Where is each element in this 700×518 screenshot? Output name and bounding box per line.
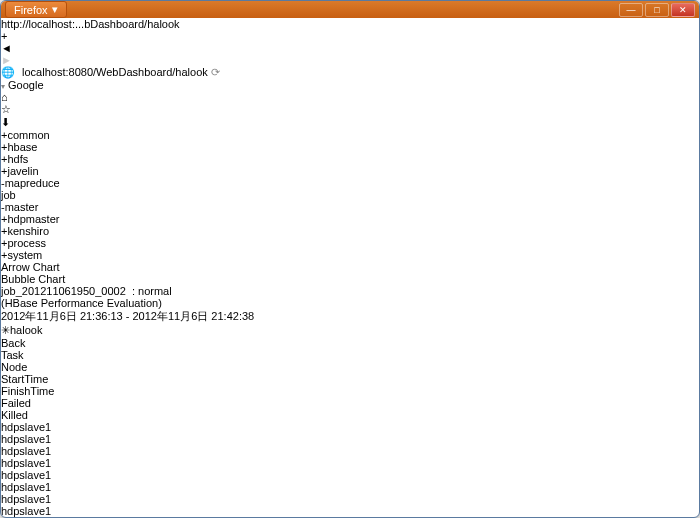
job-info: job_201211061950_0002 : normal (HBase Pe…: [1, 285, 699, 337]
tree-item-label: javelin: [7, 165, 38, 177]
tree-item-job[interactable]: job: [1, 189, 699, 201]
gantt-row-label: hdpslave1: [1, 445, 699, 457]
main-panel: Arrow Chart Bubble Chart job_20121106195…: [1, 261, 699, 518]
downloads-icon[interactable]: ⬇: [1, 116, 699, 129]
minimize-button[interactable]: —: [619, 3, 643, 17]
new-tab-button[interactable]: +: [1, 30, 699, 42]
tree-item-label: process: [7, 237, 46, 249]
tree-item-label: hbase: [7, 141, 37, 153]
button-row: BackTaskNodeStartTimeFinishTimeFailedKil…: [1, 337, 699, 421]
firefox-menu-button[interactable]: Firefox▾: [5, 1, 67, 18]
browser-tab-bar: http://localhost:...bDashboard/halook +: [1, 18, 699, 42]
reload-icon[interactable]: ⟳: [211, 66, 220, 78]
tree-item-label: system: [7, 249, 42, 261]
gantt-row-label: hdpslave1: [1, 469, 699, 481]
search-box[interactable]: ▾ Google: [1, 79, 699, 91]
gantt-chart[interactable]: hdpslave1hdpslave1hdpslave1hdpslave1hdps…: [1, 421, 699, 518]
chart-card: Arrow Chart Bubble Chart job_20121106195…: [1, 261, 699, 518]
tree-item-label: common: [7, 129, 49, 141]
tree-item-label: mapreduce: [5, 177, 60, 189]
finishtime-button[interactable]: FinishTime: [1, 385, 699, 397]
back-button[interactable]: Back: [1, 337, 699, 349]
failed-button[interactable]: Failed: [1, 397, 699, 409]
maximize-button[interactable]: □: [645, 3, 669, 17]
starttime-button[interactable]: StartTime: [1, 373, 699, 385]
job-subtitle: (HBase Performance Evaluation): [1, 297, 699, 309]
gantt-row: hdpslave1: [1, 433, 699, 445]
gantt-row-label: hdpslave1: [1, 421, 699, 433]
tree-item-process[interactable]: +process: [1, 237, 699, 249]
tree-item-system[interactable]: +system: [1, 249, 699, 261]
tree-item-label: master: [5, 201, 39, 213]
tree-item-label: hdpmaster: [7, 213, 59, 225]
close-button[interactable]: ✕: [671, 3, 695, 17]
task-button[interactable]: Task: [1, 349, 699, 361]
halook-logo: ✳halook: [1, 324, 699, 337]
page-content: +common+hbase+hdfs+javelin-mapreducejob-…: [1, 129, 699, 518]
gear-icon: ✳: [1, 324, 10, 336]
tree-item-label: kenshiro: [7, 225, 49, 237]
tree-item-javelin[interactable]: +javelin: [1, 165, 699, 177]
node-button[interactable]: Node: [1, 361, 699, 373]
tab-bubble-chart[interactable]: Bubble Chart: [1, 273, 699, 285]
url-bar[interactable]: 🌐 localhost:8080/WebDashboard/halook ⟳: [1, 66, 699, 79]
gantt-row-label: hdpslave1: [1, 457, 699, 469]
tree-item-mapreduce[interactable]: -mapreduce: [1, 177, 699, 189]
gantt-row-label: hdpslave1: [1, 433, 699, 445]
gantt-row: hdpslave1: [1, 481, 699, 493]
bookmark-icon[interactable]: ☆: [1, 103, 699, 116]
tree-item-kenshiro[interactable]: +kenshiro: [1, 225, 699, 237]
home-icon[interactable]: ⌂: [1, 91, 699, 103]
back-button[interactable]: ◄: [1, 42, 699, 54]
gantt-row: hdpslave1: [1, 421, 699, 433]
gantt-row-label: hdpslave1: [1, 505, 699, 517]
nav-bar: ◄ ► 🌐 localhost:8080/WebDashboard/halook…: [1, 42, 699, 129]
job-time: 2012年11月6日 21:36:13 - 2012年11月6日 21:42:3…: [1, 309, 699, 324]
gantt-row-label: hdpslave1: [1, 493, 699, 505]
gantt-row: hdpslave1: [1, 493, 699, 505]
chart-body: job_201211061950_0002 : normal (HBase Pe…: [1, 285, 699, 518]
chevron-down-icon: ▾: [52, 3, 58, 16]
window-controls: — □ ✕: [619, 3, 695, 17]
tree-item-master[interactable]: -master: [1, 201, 699, 213]
firefox-titlebar: Firefox▾ — □ ✕: [1, 1, 699, 18]
gantt-row: hdpslave1: [1, 445, 699, 457]
tree-item-common[interactable]: +common: [1, 129, 699, 141]
tree-item-hdfs[interactable]: +hdfs: [1, 153, 699, 165]
browser-tab[interactable]: http://localhost:...bDashboard/halook: [1, 18, 699, 30]
tree-item-hdpmaster[interactable]: +hdpmaster: [1, 213, 699, 225]
gantt-row: hdpslave1: [1, 457, 699, 469]
gantt-row: hdpslave1: [1, 469, 699, 481]
tab-arrow-chart[interactable]: Arrow Chart: [1, 261, 699, 273]
gantt-row-label: hdpslave1: [1, 481, 699, 493]
tree-item-label: job: [1, 189, 16, 201]
tree-item-label: hdfs: [7, 153, 28, 165]
tree-sidebar[interactable]: +common+hbase+hdfs+javelin-mapreducejob-…: [1, 129, 699, 261]
dropdown-icon[interactable]: ▾: [1, 82, 5, 91]
gantt-row: hdpslave1: [1, 505, 699, 517]
browser-window: Firefox▾ — □ ✕ http://localhost:...bDash…: [0, 0, 700, 518]
job-title: job_201211061950_0002 : normal: [1, 285, 699, 297]
tree-item-hbase[interactable]: +hbase: [1, 141, 699, 153]
killed-button[interactable]: Killed: [1, 409, 699, 421]
forward-button[interactable]: ►: [1, 54, 699, 66]
globe-icon: 🌐: [1, 66, 15, 78]
chart-tabs: Arrow Chart Bubble Chart: [1, 261, 699, 285]
